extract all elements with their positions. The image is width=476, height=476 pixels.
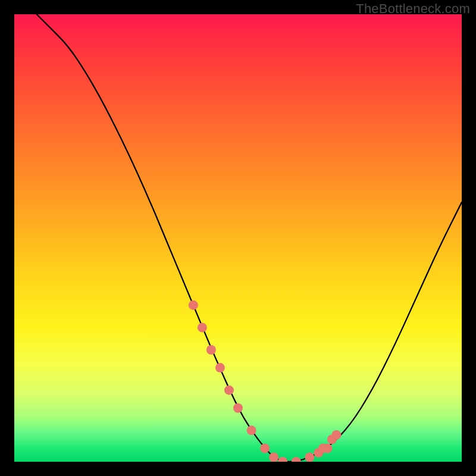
- marker-layer: [189, 300, 342, 462]
- bottleneck-curve-path: [37, 14, 462, 462]
- highlight-dot: [189, 300, 198, 310]
- highlight-dot: [206, 345, 216, 355]
- highlight-dot: [198, 322, 207, 332]
- highlight-dot: [292, 457, 301, 462]
- chart-svg: [14, 14, 462, 462]
- curve-layer: [37, 14, 462, 462]
- highlight-dot: [215, 363, 225, 372]
- highlight-dot: [224, 386, 234, 395]
- highlight-dot: [260, 443, 270, 453]
- highlight-dot: [331, 430, 341, 440]
- highlight-dot: [322, 443, 332, 453]
- highlight-dot: [269, 452, 278, 462]
- highlight-dot: [233, 403, 243, 413]
- highlight-dot: [278, 457, 287, 462]
- highlight-dot: [305, 452, 314, 462]
- chart-plot-area: [14, 14, 462, 462]
- watermark-text: TheBottleneck.com: [356, 1, 470, 17]
- highlight-dot: [247, 425, 256, 435]
